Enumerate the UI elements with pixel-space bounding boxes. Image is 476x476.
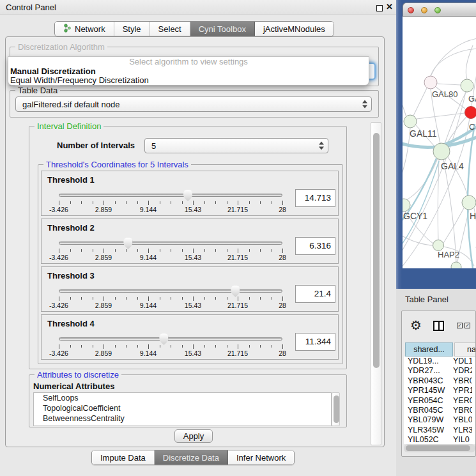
network-window-titlebar[interactable]: [403, 3, 476, 17]
table-row[interactable]: YLR345WYLR3: [404, 426, 476, 435]
list-item[interactable]: SelfLoops: [34, 393, 331, 403]
tab-cyni-toolbox[interactable]: Cyni Toolbox: [190, 22, 255, 36]
tab-style[interactable]: Style: [114, 22, 150, 36]
label-gal80: GAL80: [432, 89, 457, 99]
node-gal4[interactable]: [433, 143, 450, 160]
column-header-shared[interactable]: shared...: [405, 342, 453, 357]
number-of-intervals-combobox[interactable]: 5: [144, 138, 328, 153]
table-data-combobox[interactable]: galFiltered.sif default node: [15, 96, 372, 112]
column-header-name[interactable]: na: [454, 342, 476, 357]
screen: Control Panel ✕ Network Style Select Cyn…: [0, 0, 476, 476]
dropdown-option-equal-width[interactable]: Equal Width/Frequency Discretization: [8, 76, 369, 85]
checkbox-checked-icon[interactable]: ✓: [457, 323, 463, 328]
numerical-attributes-list: SelfLoops TopologicalCoefficient Between…: [33, 392, 332, 426]
slider-scale-labels: -3.4262.8599.14415.4321.71528: [59, 254, 282, 261]
discretization-algorithm-title: Discretization Algorithm: [15, 42, 107, 52]
close-icon[interactable]: ✕: [386, 2, 393, 12]
apply-button[interactable]: Apply: [174, 429, 213, 443]
columns-icon[interactable]: [433, 321, 444, 331]
node-bottom[interactable]: [451, 262, 461, 268]
node-red[interactable]: [465, 107, 476, 119]
slider-thumb[interactable]: [123, 238, 133, 249]
slider-track[interactable]: [59, 242, 282, 245]
table-row[interactable]: YBL079WYBL0: [404, 415, 476, 425]
dropdown-prompt: Select algorithm to view settings: [8, 57, 369, 67]
table-row[interactable]: YIL052CYIL0: [404, 435, 476, 444]
slider-track[interactable]: [59, 194, 282, 197]
tab-infer-network[interactable]: Infer Network: [228, 450, 294, 464]
gear-icon[interactable]: ⚙: [410, 319, 422, 332]
table-row[interactable]: YPR145WYPR1: [404, 386, 476, 395]
node-hap2[interactable]: [433, 240, 444, 251]
slider-thumb[interactable]: [159, 334, 169, 345]
slider-ticks: [59, 296, 282, 301]
table-row[interactable]: YBR043CYBR0: [404, 376, 476, 386]
thresholds-group: Threshold's Coordinates for 5 Intervals …: [38, 164, 343, 364]
tab-discretize-data[interactable]: Discretize Data: [155, 450, 228, 464]
threshold-2-slider[interactable]: -3.4262.8599.14415.4321.71528: [59, 219, 282, 265]
node-gal80[interactable]: [424, 76, 437, 89]
label-hap2: HAP2: [438, 250, 459, 259]
attributes-group: Attributes to discretize Numerical Attri…: [29, 374, 347, 427]
threshold-4-row: Threshold 4 -3.4262.8599.14415.4321.7152…: [41, 314, 339, 360]
threshold-1-value[interactable]: 14.713: [295, 189, 335, 207]
threshold-3-value[interactable]: 21.4: [295, 285, 335, 303]
close-traffic-light-icon[interactable]: [408, 7, 414, 13]
network-window-frame: GAL80 GA C GAL11 GAL4 GCY1 H HAP2: [396, 0, 476, 289]
bottom-tabbar: Impute Data Discretize Data Infer Networ…: [91, 450, 295, 465]
node-gal11[interactable]: [404, 115, 417, 128]
table-row[interactable]: YDL19...YDL1: [404, 357, 476, 366]
combo-arrows-icon: [362, 100, 367, 109]
slider-scale-labels: -3.4262.8599.14415.4321.71528: [59, 349, 282, 357]
table-panel-box: ⚙ ✓ ✓ shared... na YDL19...YDL1 YDR27...…: [401, 311, 476, 457]
main-scrollbar[interactable]: [371, 122, 381, 445]
tab-impute-data[interactable]: Impute Data: [92, 450, 155, 464]
tab-select[interactable]: Select: [150, 22, 190, 36]
tab-network[interactable]: Network: [55, 22, 114, 36]
slider-track[interactable]: [59, 289, 282, 293]
dropdown-option-manual[interactable]: Manual Discretization: [8, 67, 369, 76]
interval-definition-title: Interval Definition: [35, 121, 104, 131]
table-data-group: Table Data galFiltered.sif default node: [10, 90, 379, 118]
top-tabbar: Network Style Select Cyni Toolbox jActiv…: [54, 21, 334, 36]
table-row[interactable]: YDR27...YDR2: [404, 366, 476, 376]
numerical-attributes-label: Numerical Attributes: [33, 381, 114, 391]
slider-thumb[interactable]: [231, 286, 240, 297]
node-h[interactable]: [462, 196, 476, 210]
label-c-partial: C: [469, 122, 475, 132]
threshold-3-row: Threshold 3 -3.4262.8599.14415.4321.7152…: [41, 266, 339, 312]
cyni-main-panel: Discretization Algorithm Table Data galF…: [5, 36, 385, 447]
label-gcy1: GCY1: [403, 211, 427, 221]
label-g-partial: GA: [468, 94, 476, 104]
list-item[interactable]: BetweennessCentrality: [34, 413, 331, 424]
attributes-group-title: Attributes to discretize: [35, 370, 121, 380]
threshold-3-slider[interactable]: -3.4262.8599.14415.4321.71528: [59, 267, 282, 312]
table-row[interactable]: YBR045CYBR0: [404, 406, 476, 415]
minimize-traffic-light-icon[interactable]: [421, 7, 427, 13]
tab-jactivemnodules[interactable]: jActiveMNodules: [255, 22, 334, 36]
interval-definition-group: Interval Definition Number of Intervals …: [29, 126, 347, 369]
network-canvas[interactable]: GAL80 GA C GAL11 GAL4 GCY1 H HAP2: [403, 17, 476, 268]
table-horizontal-scrollbar[interactable]: [404, 444, 475, 452]
table-row[interactable]: YER054CYER0: [404, 396, 476, 406]
checkbox-checked-icon[interactable]: ✓: [464, 323, 470, 328]
threshold-2-value[interactable]: 6.316: [295, 237, 335, 255]
slider-track[interactable]: [59, 337, 282, 341]
attributes-list-scrollbar[interactable]: [332, 392, 340, 426]
algorithm-dropdown-popup: Select algorithm to view settings Manual…: [8, 56, 369, 86]
zoom-traffic-light-icon[interactable]: [434, 7, 441, 13]
label-h-partial: H: [470, 211, 476, 221]
threshold-1-slider[interactable]: -3.4262.8599.14415.4321.71528: [59, 171, 282, 217]
table-data-title: Table Data: [15, 86, 60, 95]
control-panel-titlebar: Control Panel ✕: [0, 0, 396, 15]
network-icon: [63, 24, 72, 35]
threshold-1-row: Threshold 1 -3.4262.8599.14415.4321.7152…: [41, 171, 339, 216]
table-panel-title: Table Panel: [405, 295, 449, 304]
slider-thumb[interactable]: [183, 190, 193, 201]
threshold-4-slider[interactable]: -3.4262.8599.14415.4321.71528: [59, 315, 282, 360]
list-item[interactable]: TopologicalCoefficient: [34, 403, 331, 413]
table-panel-section: Table Panel ⚙ ✓ ✓ shared... na YDL19...Y…: [396, 289, 476, 476]
node-top-right[interactable]: [461, 79, 473, 92]
float-window-icon[interactable]: [376, 5, 383, 12]
threshold-4-value[interactable]: 11.344: [295, 333, 335, 351]
